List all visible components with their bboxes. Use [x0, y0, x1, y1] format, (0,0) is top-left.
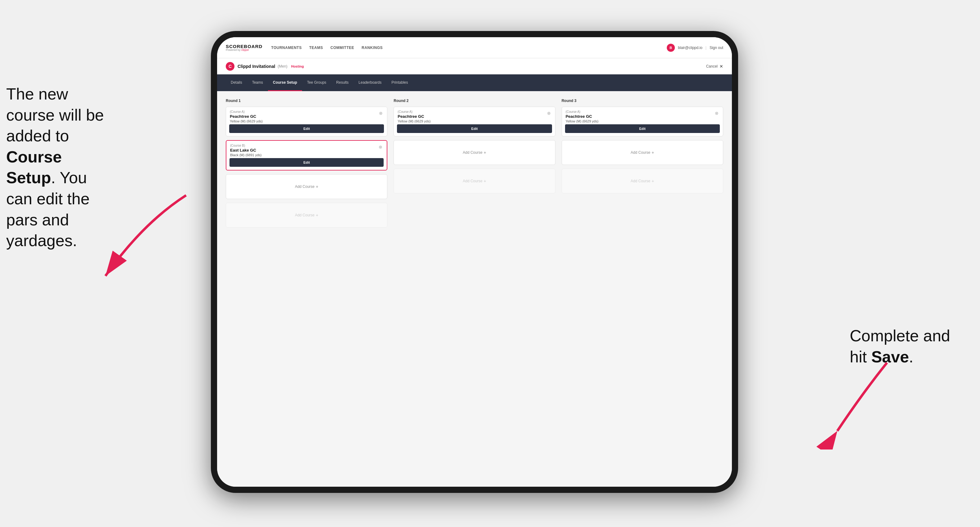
round3-course-a-label: (Course A) — [566, 110, 598, 113]
round3-course-a-footer: Edit — [562, 124, 723, 136]
nav-tournaments[interactable]: TOURNAMENTS — [271, 44, 302, 51]
round1-course-a-edit-btn[interactable]: Edit — [229, 124, 384, 133]
tab-course-setup[interactable]: Course Setup — [268, 75, 302, 91]
user-email: blair@clippd.io — [678, 46, 702, 50]
round1-course-b-label: (Course B) — [230, 144, 261, 147]
round1-course-a-name: Peachtree GC — [230, 114, 262, 119]
round1-course-a-info: (Course A) Peachtree GC Yellow (M) (6629… — [230, 110, 262, 123]
round3-course-a-delete-btn[interactable]: ⊗ — [714, 110, 719, 116]
round-3-column: Round 3 (Course A) Peachtree GC Yellow (… — [562, 98, 723, 231]
nav-separator: | — [706, 46, 706, 50]
brand: SCOREBOARD Powered by clippd — [226, 44, 262, 51]
round3-course-a-tee: Yellow (M) (6629 yds) — [566, 119, 598, 123]
tab-tee-groups[interactable]: Tee Groups — [302, 75, 331, 91]
tournament-type: (Men) — [278, 64, 287, 68]
round1-course-b-info: (Course B) East Lake GC Black (M) (6891 … — [230, 144, 261, 157]
round1-add-course-2-plus-icon: + — [316, 213, 318, 217]
user-avatar: B — [667, 44, 675, 52]
round1-course-a-label: (Course A) — [230, 110, 262, 113]
round3-course-a-header: (Course A) Peachtree GC Yellow (M) (6629… — [562, 107, 723, 124]
round1-add-course-1-label: Add Course — [295, 184, 315, 189]
round2-course-a-footer: Edit — [394, 124, 555, 136]
round1-course-a-header: (Course A) Peachtree GC Yellow (M) (6629… — [226, 107, 387, 124]
rounds-grid: Round 1 (Course A) Peachtree GC Yellow (… — [226, 98, 723, 231]
round-3-label: Round 3 — [562, 98, 723, 103]
round2-course-a-card: (Course A) Peachtree GC Yellow (M) (6629… — [393, 106, 555, 137]
round2-add-course-2-card: Add Course + — [393, 169, 555, 194]
tab-details[interactable]: Details — [226, 75, 247, 91]
round2-course-a-info: (Course A) Peachtree GC Yellow (M) (6629… — [398, 110, 430, 123]
round1-course-b-delete-btn[interactable]: ⊗ — [378, 144, 383, 150]
cancel-x-icon: ✕ — [719, 64, 723, 69]
round3-course-a-name: Peachtree GC — [566, 114, 598, 119]
round2-course-a-name: Peachtree GC — [398, 114, 430, 119]
nav-right: B blair@clippd.io | Sign out — [667, 44, 723, 52]
round2-course-a-label: (Course A) — [398, 110, 430, 113]
round2-course-a-edit-btn[interactable]: Edit — [397, 124, 552, 133]
round2-course-a-delete-btn[interactable]: ⊗ — [546, 110, 551, 116]
round1-course-b-card: (Course B) East Lake GC Black (M) (6891 … — [226, 140, 387, 170]
tab-printables[interactable]: Printables — [387, 75, 413, 91]
left-annotation: The new course will be added to Course S… — [6, 84, 111, 251]
right-annotation: Complete and hit Save. — [850, 325, 967, 367]
sign-out-link[interactable]: Sign out — [710, 46, 723, 50]
tournament-status: Hosting — [291, 65, 304, 68]
round1-course-b-footer: Edit — [226, 158, 387, 170]
main-content: Round 1 (Course A) Peachtree GC Yellow (… — [217, 91, 732, 487]
right-arrow-icon — [806, 357, 893, 449]
tab-leaderboards[interactable]: Leaderboards — [353, 75, 387, 91]
round2-add-course-1-label: Add Course — [463, 150, 482, 155]
tab-teams[interactable]: Teams — [247, 75, 268, 91]
round3-add-course-1-plus-icon: + — [652, 150, 654, 155]
round1-add-course-2-label: Add Course — [295, 213, 315, 217]
round1-course-a-footer: Edit — [226, 124, 387, 136]
round1-course-a-delete-btn[interactable]: ⊗ — [379, 110, 383, 116]
round2-course-a-tee: Yellow (M) (6629 yds) — [398, 119, 430, 123]
tournament-logo: C — [226, 62, 234, 71]
round2-course-a-header: (Course A) Peachtree GC Yellow (M) (6629… — [394, 107, 555, 124]
round2-add-course-2-label: Add Course — [463, 179, 482, 183]
round1-add-course-2-card: Add Course + — [226, 203, 387, 227]
brand-title: SCOREBOARD — [226, 44, 262, 49]
round-1-label: Round 1 — [226, 98, 387, 103]
round3-add-course-1-label: Add Course — [631, 150, 650, 155]
round3-course-a-card: (Course A) Peachtree GC Yellow (M) (6629… — [562, 106, 723, 137]
nav-rankings[interactable]: RANKINGS — [362, 44, 383, 51]
nav-links: TOURNAMENTS TEAMS COMMITTEE RANKINGS — [271, 44, 667, 51]
round1-course-a-card: (Course A) Peachtree GC Yellow (M) (6629… — [226, 106, 387, 137]
cancel-label: Cancel — [706, 64, 718, 68]
round1-course-b-tee: Black (M) (6891 yds) — [230, 153, 261, 157]
round2-add-course-1-card[interactable]: Add Course + — [393, 140, 555, 165]
round3-add-course-2-card: Add Course + — [562, 169, 723, 194]
round-2-column: Round 2 (Course A) Peachtree GC Yellow (… — [393, 98, 555, 231]
round3-add-course-1-card[interactable]: Add Course + — [562, 140, 723, 165]
round-2-label: Round 2 — [393, 98, 555, 103]
nav-committee[interactable]: COMMITTEE — [330, 44, 354, 51]
tournament-name: Clippd Invitational — [237, 64, 275, 69]
round1-course-b-header: (Course B) East Lake GC Black (M) (6891 … — [226, 141, 387, 158]
round1-course-b-edit-btn[interactable]: Edit — [229, 158, 383, 167]
brand-subtitle: Powered by clippd — [226, 49, 262, 51]
round1-course-a-tee: Yellow (M) (6629 yds) — [230, 119, 262, 123]
logo-letter: C — [229, 64, 232, 69]
round3-course-a-edit-btn[interactable]: Edit — [565, 124, 720, 133]
tournament-bar: C Clippd Invitational (Men) Hosting Canc… — [217, 58, 732, 75]
top-nav: SCOREBOARD Powered by clippd TOURNAMENTS… — [217, 37, 732, 58]
round2-add-course-1-plus-icon: + — [484, 150, 486, 155]
tablet-screen: SCOREBOARD Powered by clippd TOURNAMENTS… — [217, 37, 732, 487]
round1-course-b-name: East Lake GC — [230, 148, 261, 152]
round1-add-course-1-card[interactable]: Add Course + — [226, 174, 387, 199]
sub-nav: Details Teams Course Setup Tee Groups Re… — [217, 75, 732, 91]
round1-add-course-1-plus-icon: + — [316, 184, 318, 189]
round2-add-course-2-plus-icon: + — [484, 179, 486, 184]
round-1-column: Round 1 (Course A) Peachtree GC Yellow (… — [226, 98, 387, 231]
tablet-device: SCOREBOARD Powered by clippd TOURNAMENTS… — [211, 31, 738, 493]
round3-add-course-2-plus-icon: + — [652, 179, 654, 184]
tab-results[interactable]: Results — [331, 75, 353, 91]
round3-course-a-info: (Course A) Peachtree GC Yellow (M) (6629… — [566, 110, 598, 123]
tournament-bar-right: Cancel ✕ — [706, 64, 723, 69]
cancel-button[interactable]: Cancel ✕ — [706, 64, 723, 69]
nav-teams[interactable]: TEAMS — [309, 44, 323, 51]
round3-add-course-2-label: Add Course — [631, 179, 650, 183]
